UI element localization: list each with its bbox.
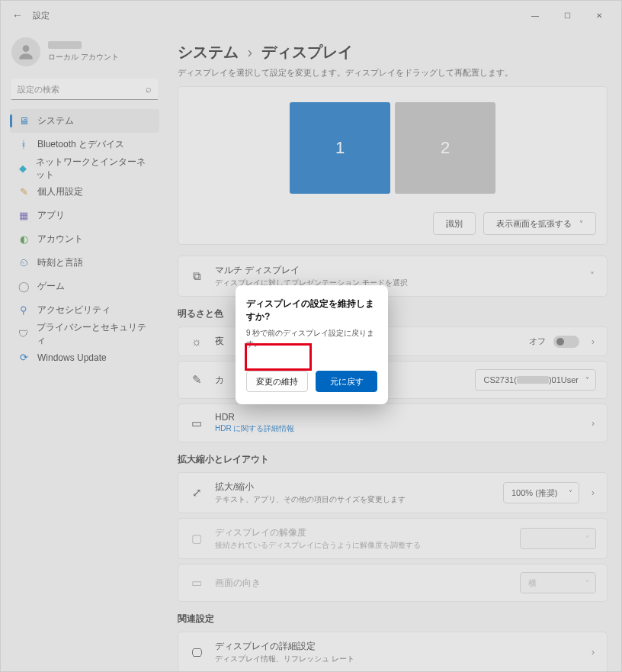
sidebar-item-1[interactable]: ᚼBluetooth とデバイス (10, 133, 159, 156)
resolution-card: ▢ ディスプレイの解像度 接続されているディスプレイに合うように解像度を調整する (178, 518, 608, 559)
nav-label: ネットワークとインターネット (36, 156, 152, 182)
settings-window: ← 設定 — ☐ ✕ ローカル アカウント ⌕ 🖥システムᚼBluetooth … (0, 0, 622, 672)
toggle-state: オフ (529, 336, 546, 347)
resolution-combo (520, 528, 596, 549)
sidebar-item-8[interactable]: ⚲アクセシビリティ (10, 298, 159, 322)
identify-button[interactable]: 識別 (433, 212, 476, 235)
nav-icon: ⟳ (18, 352, 30, 363)
minimize-button[interactable]: — (519, 4, 551, 27)
card-title: ディスプレイの詳細設定 (215, 640, 579, 653)
monitor-icon: 🖵 (189, 646, 204, 659)
chevron-right-icon: › (590, 418, 596, 429)
card-title: 拡大/縮小 (215, 481, 492, 494)
search-icon: ⌕ (146, 83, 152, 95)
user-name-redacted (48, 41, 82, 49)
dialog-title: ディスプレイの設定を維持しますか? (246, 297, 377, 323)
sun-icon: ☼ (189, 335, 204, 348)
advanced-display-card[interactable]: 🖵 ディスプレイの詳細設定 ディスプレイ情報、リフレッシュ レート › (178, 632, 608, 671)
search-input[interactable] (11, 79, 158, 100)
display-arrangement-panel: 1 2 識別 表示画面を拡張する (178, 86, 608, 245)
nav-icon: ◆ (18, 162, 28, 174)
breadcrumb: システム › ディスプレイ (178, 42, 608, 63)
card-desc: 接続されているディスプレイに合うように解像度を調整する (215, 540, 509, 551)
nav-label: アクセシビリティ (37, 304, 111, 317)
section-scale: 拡大縮小とレイアウト (178, 453, 608, 466)
eyedropper-icon: ✎ (189, 373, 204, 387)
card-desc: ディスプレイ情報、リフレッシュ レート (215, 654, 579, 664)
multi-display-icon: ⧉ (189, 269, 204, 283)
chevron-right-icon: › (590, 647, 596, 658)
card-title: HDR (215, 412, 579, 423)
monitor-1[interactable]: 1 (290, 102, 390, 194)
chevron-down-icon: ˅ (588, 271, 596, 281)
scale-card[interactable]: ⤢ 拡大/縮小 テキスト、アプリ、その他の項目のサイズを変更します 100% (… (178, 472, 608, 513)
nav-label: アカウント (37, 233, 83, 246)
nav-label: プライバシーとセキュリティ (37, 321, 152, 347)
color-profile-combo[interactable]: CS2731()01User (475, 369, 596, 391)
sidebar-item-5[interactable]: ◐アカウント (10, 227, 159, 251)
section-related: 関連設定 (178, 613, 608, 625)
night-light-toggle[interactable] (553, 336, 579, 348)
nav-icon: 🖥 (18, 115, 30, 127)
breadcrumb-leaf: ディスプレイ (261, 43, 353, 60)
nav-label: Bluetooth とデバイス (37, 138, 124, 151)
sidebar-item-4[interactable]: ▦アプリ (10, 204, 159, 227)
redacted (517, 376, 549, 384)
maximize-button[interactable]: ☐ (551, 4, 583, 27)
hdr-card[interactable]: ▭ HDR HDR に関する詳細情報 › (178, 404, 608, 442)
nav-list: 🖥システムᚼBluetooth とデバイス◆ネットワークとインターネット✎個人用… (10, 109, 159, 369)
sidebar-item-6[interactable]: ⏲時刻と言語 (10, 251, 159, 275)
hdr-icon: ▭ (189, 416, 204, 430)
chevron-right-icon: › (590, 487, 596, 498)
keep-changes-button[interactable]: 変更の維持 (246, 371, 308, 392)
card-title: ディスプレイの解像度 (215, 526, 509, 539)
close-button[interactable]: ✕ (583, 4, 615, 27)
nav-label: 時刻と言語 (37, 256, 83, 269)
orientation-icon: ▭ (189, 576, 204, 590)
keep-changes-dialog: ディスプレイの設定を維持しますか? 9 秒で前のディスプレイ設定に戻ります。 変… (236, 285, 388, 404)
scale-icon: ⤢ (189, 486, 204, 500)
breadcrumb-root[interactable]: システム (178, 43, 239, 60)
card-desc: テキスト、アプリ、その他の項目のサイズを変更します (215, 494, 492, 505)
hdr-link[interactable]: HDR に関する詳細情報 (215, 423, 579, 434)
orientation-card: ▭ 画面の向き 横 (178, 564, 608, 602)
card-title: マルチ ディスプレイ (215, 264, 578, 277)
sidebar-item-2[interactable]: ◆ネットワークとインターネット (10, 156, 159, 180)
sidebar-item-9[interactable]: 🛡プライバシーとセキュリティ (10, 322, 159, 346)
nav-icon: ◐ (18, 233, 30, 245)
nav-icon: 🛡 (18, 328, 29, 339)
chevron-right-icon: › (590, 336, 596, 347)
card-title: 画面の向き (215, 577, 509, 590)
extend-dropdown[interactable]: 表示画面を拡張する (483, 212, 596, 235)
nav-label: システム (37, 114, 74, 127)
nav-label: Windows Update (37, 352, 107, 363)
revert-button[interactable]: 元に戻す (316, 371, 377, 392)
nav-icon: ✎ (18, 186, 30, 198)
search-box[interactable]: ⌕ (11, 79, 158, 100)
user-subtitle: ローカル アカウント (48, 52, 119, 63)
back-button[interactable]: ← (7, 9, 28, 21)
titlebar: ← 設定 — ☐ ✕ (1, 1, 621, 30)
window-title: 設定 (33, 10, 50, 21)
display-hint: ディスプレイを選択して設定を変更します。ディスプレイをドラッグして再配置します。 (178, 67, 608, 79)
person-icon (16, 42, 36, 62)
dialog-desc: 9 秒で前のディスプレイ設定に戻ります。 (246, 328, 377, 349)
sidebar-item-7[interactable]: ◯ゲーム (10, 275, 159, 298)
monitor-canvas[interactable]: 1 2 (189, 102, 596, 194)
resolution-icon: ▢ (189, 532, 204, 545)
avatar (11, 37, 40, 66)
nav-icon: ◯ (18, 281, 30, 292)
sidebar-item-10[interactable]: ⟳Windows Update (10, 346, 159, 369)
sidebar-item-0[interactable]: 🖥システム (10, 109, 159, 133)
user-block[interactable]: ローカル アカウント (10, 34, 159, 74)
sidebar-item-3[interactable]: ✎個人用設定 (10, 180, 159, 204)
nav-label: アプリ (37, 209, 65, 222)
chevron-right-icon: › (248, 43, 253, 60)
nav-icon: ⏲ (18, 257, 30, 268)
nav-label: ゲーム (37, 280, 65, 293)
main-content: システム › ディスプレイ ディスプレイを選択して設定を変更します。ディスプレイ… (164, 30, 621, 671)
nav-icon: ᚼ (18, 139, 30, 150)
scale-combo[interactable]: 100% (推奨) (503, 482, 579, 503)
orientation-combo: 横 (520, 572, 596, 593)
monitor-2[interactable]: 2 (395, 102, 495, 194)
